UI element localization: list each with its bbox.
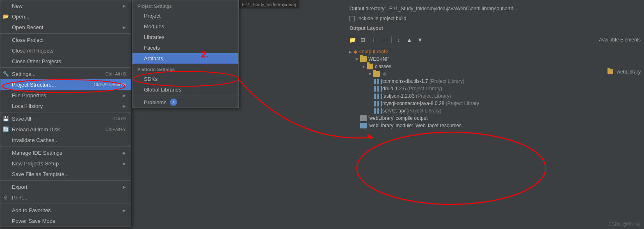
fastjson-tag: (Project Library) — [415, 93, 451, 99]
tree-item-lib-label: lib — [381, 71, 386, 77]
menu-item-project-label: Project — [144, 13, 160, 19]
tree-item-web-library-module[interactable]: 'webLibrary' module: 'Web' facet resourc… — [345, 122, 644, 129]
menu-item-close-project[interactable]: Close Project — [0, 34, 131, 45]
menu-item-artifacts[interactable]: Artifacts — [132, 53, 238, 64]
menu-item-sdks-label: SDKs — [144, 76, 158, 82]
settings-icon: 🔧 — [3, 71, 9, 77]
tree-arrow-web-inf: ▼ — [354, 57, 359, 62]
menu-item-project-structure-label: Project Structure... — [12, 82, 56, 88]
sort-btn[interactable]: ↕ — [394, 35, 403, 44]
folder-lib-icon — [373, 71, 380, 77]
tree-item-fastjson[interactable]: ▐▐▐ fastjson-1.2.83 (Project Library) — [345, 92, 644, 100]
include-in-build-label: Include in project build — [357, 16, 406, 21]
menu-item-manage-ide[interactable]: Manage IDE Settings ▶ — [0, 147, 131, 158]
available-web-library-icon — [607, 69, 613, 74]
tree-item-web-library-compile[interactable]: 'webLibrary' compile output — [345, 114, 644, 122]
manage-ide-arrow-icon: ▶ — [123, 151, 126, 155]
tree-arrow-output-root: ▶ — [348, 49, 353, 54]
menu-item-invalidate[interactable]: Invalidate Caches... — [0, 135, 131, 145]
menu-item-reload-label: Reload All from Disk — [12, 126, 60, 133]
available-elements-label: Available Elements — [599, 37, 641, 43]
file-properties-arrow-icon: ▶ — [123, 93, 126, 98]
tree-item-web-inf-label: WEB-INF — [368, 56, 389, 62]
menu-item-close-other[interactable]: Close Other Projects — [0, 56, 131, 66]
menu-item-export[interactable]: Export ▶ — [0, 181, 131, 192]
export-arrow-icon: ▶ — [123, 185, 126, 189]
menu-item-open[interactable]: 📂 Open... — [0, 11, 131, 22]
tree-item-output-root[interactable]: ▶ ◆ <output root> — [345, 48, 644, 55]
menu-item-close-all[interactable]: Close All Projects — [0, 45, 131, 56]
local-history-arrow-icon: ▶ — [123, 104, 126, 108]
tree-container: ▶ ◆ <output root> ▼ WEB-INF ▼ classes ▼ … — [345, 46, 644, 131]
tree-arrow-classes: ▼ — [361, 64, 366, 69]
folder-classes-icon — [367, 64, 373, 69]
tree-item-web-inf[interactable]: ▼ WEB-INF — [345, 55, 644, 63]
layers-btn[interactable]: ⊞ — [359, 35, 368, 44]
folder-web-library-compile-icon — [360, 115, 367, 121]
menu-item-manage-ide-label: Manage IDE Settings — [12, 150, 62, 156]
tree-item-servlet-api[interactable]: ▐▐▐ servlet-api (Project Library) — [345, 107, 644, 114]
menu-item-local-history[interactable]: Local History ▶ — [0, 101, 131, 111]
menu-item-save-template[interactable]: Save File as Template... — [0, 169, 131, 179]
menu-item-new[interactable]: New ▶ — [0, 0, 131, 11]
druid-tag: (Project Library) — [406, 86, 442, 92]
servlet-api-tag: (Project Library) — [405, 108, 441, 114]
folder-web-inf-icon — [360, 56, 367, 62]
menu-item-new-projects-label: New Projects Setup — [12, 160, 59, 167]
right-panel: Output directory: E:\1_Study_folder\myid… — [345, 0, 644, 229]
menu-item-facets[interactable]: Facets — [132, 42, 238, 53]
menu-item-close-project-label: Close Project — [12, 37, 43, 43]
menu-item-project-structure[interactable]: Project Structure... Ctrl+Alt+Shift+S — [0, 79, 131, 90]
menu-item-file-properties[interactable]: File Properties ▶ — [0, 90, 131, 101]
menu-item-global-libs[interactable]: Global Libraries — [132, 84, 238, 95]
menu-item-reload[interactable]: 🔄 Reload All from Disk Ctrl+Alt+Y — [0, 124, 131, 135]
tree-item-classes-label: classes — [375, 64, 391, 69]
menu-item-close-other-label: Close Other Projects — [12, 58, 61, 64]
tree-arrow-lib: ▼ — [368, 71, 372, 76]
lib-mysql-connector-icon: ▐▐▐ — [374, 101, 381, 106]
menu-item-modules[interactable]: Modules — [132, 21, 238, 32]
tree-item-fastjson-label: fastjson-1.2.83 — [382, 93, 415, 99]
reload-icon: 🔄 — [3, 126, 9, 132]
include-in-build-row[interactable]: Include in project build — [345, 14, 644, 23]
mysql-connector-tag: (Project Library — [444, 101, 479, 106]
add-btn[interactable]: + — [369, 35, 378, 44]
tree-item-mysql-connector[interactable]: ▐▐▐ mysql-connector-java-8.0.28 (Project… — [345, 100, 644, 107]
menu-item-save-all[interactable]: 💾 Save All Ctrl+S — [0, 113, 131, 124]
folder-btn[interactable]: 📁 — [348, 35, 357, 44]
tree-arrow-web-library-module — [354, 123, 359, 128]
tree-item-commons-dbutils[interactable]: ▐▐▐ commons-dbutils-1.7 (Project Library… — [345, 78, 644, 85]
tree-item-druid[interactable]: ▐▐▐ druid-1.2.6 (Project Library) — [345, 85, 644, 92]
tree-item-commons-dbutils-label: commons-dbutils-1.7 — [382, 78, 428, 84]
menu-item-new-projects[interactable]: New Projects Setup ▶ — [0, 158, 131, 169]
menu-item-open-label: Open... — [12, 14, 30, 20]
settings-shortcut: Ctrl+Alt+S — [105, 71, 126, 76]
menu-item-libraries[interactable]: Libraries — [132, 32, 238, 42]
menu-item-sdks[interactable]: SDKs — [132, 73, 238, 84]
menu-item-problems[interactable]: Problems 4 — [132, 97, 238, 108]
menu-item-power-save[interactable]: Power Save Mode — [0, 215, 131, 226]
menu-item-project[interactable]: Project — [132, 10, 238, 21]
project-structure-shortcut: Ctrl+Alt+Shift+S — [94, 82, 126, 87]
menu-item-global-libs-label: Global Libraries — [144, 87, 181, 93]
down-btn[interactable]: ▼ — [416, 35, 425, 44]
include-in-build-checkbox[interactable] — [349, 16, 355, 21]
menu-item-artifacts-label: Artifacts — [144, 55, 163, 62]
menu-item-open-recent[interactable]: Open Recent ▶ — [0, 22, 131, 32]
menu-item-add-favorites[interactable]: Add to Favorites ▶ — [0, 205, 131, 215]
toolbar: 📁 ⊞ + − ↕ ▲ ▼ Available Elements — [345, 34, 644, 46]
output-layout-label: Output Layout — [345, 23, 644, 34]
open-icon: 📂 — [3, 14, 9, 19]
output-root-icon: ◆ — [354, 49, 357, 55]
tree-item-lib[interactable]: ▼ lib — [345, 70, 644, 78]
menu-item-local-history-label: Local History — [12, 103, 43, 109]
url-bar: E:\1_Study_folder\myidea\javaWebC\aerti.… — [239, 0, 299, 9]
tree-item-classes[interactable]: ▼ classes — [345, 63, 644, 70]
menu-item-settings[interactable]: 🔧 Settings... Ctrl+Alt+S — [0, 69, 131, 79]
up-btn[interactable]: ▲ — [405, 35, 414, 44]
remove-btn[interactable]: − — [380, 35, 389, 44]
separator-5 — [0, 180, 131, 181]
menu-item-print[interactable]: 🖨 Print... — [0, 192, 131, 203]
separator-3 — [0, 112, 131, 112]
menu-item-save-template-label: Save File as Template... — [12, 171, 69, 177]
